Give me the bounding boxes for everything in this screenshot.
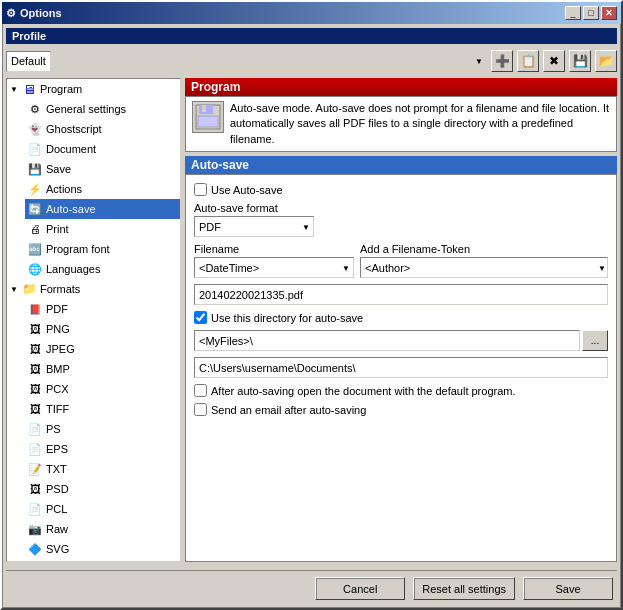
info-text: Auto-save mode. Auto-save does not promp… <box>230 101 610 147</box>
tree-item-save[interactable]: 💾 Save <box>25 159 180 179</box>
datetime-select[interactable]: <DateTime> <box>194 257 354 278</box>
format-select-wrapper: PDF <box>194 216 314 237</box>
profile-select-wrapper: Default <box>6 51 487 72</box>
tree-label-programfont: Program font <box>46 243 110 255</box>
right-panel: Program Auto-save mode. Auto-save does n… <box>185 78 617 562</box>
tree-item-svg[interactable]: 🔷 SVG <box>25 539 180 559</box>
left-panel: ▼ 🖥 Program ⚙ General settings 👻 Ghostsc… <box>6 78 181 562</box>
program-section-header: Program <box>185 78 617 96</box>
window-title: Options <box>20 7 62 19</box>
delete-profile-button[interactable]: ✖ <box>543 50 565 72</box>
info-box: Auto-save mode. Auto-save does not promp… <box>185 96 617 152</box>
tree-item-raw[interactable]: 📷 Raw <box>25 519 180 539</box>
tree-item-languages[interactable]: 🌐 Languages <box>25 259 180 279</box>
languages-icon: 🌐 <box>27 261 43 277</box>
tree-label-pcx: PCX <box>46 383 69 395</box>
tiff-icon: 🖼 <box>27 401 43 417</box>
png-icon: 🖼 <box>27 321 43 337</box>
token-select[interactable]: <Author> <box>360 257 608 278</box>
token-select-row: <Author> <box>360 257 608 278</box>
use-autosave-checkbox[interactable] <box>194 183 207 196</box>
title-bar-text: ⚙ Options <box>6 7 62 20</box>
autosave-section-header: Auto-save <box>185 156 617 174</box>
tree-children-program: ⚙ General settings 👻 Ghostscript 📄 Docum… <box>25 99 180 279</box>
tree-label-pdf: PDF <box>46 303 68 315</box>
generated-filename-input[interactable] <box>194 284 608 305</box>
tree-label-psd: PSD <box>46 483 69 495</box>
token-label: Add a Filename-Token <box>360 243 608 255</box>
copy-profile-button[interactable]: 📋 <box>517 50 539 72</box>
tree-item-general[interactable]: ⚙ General settings <box>25 99 180 119</box>
format-select[interactable]: PDF <box>194 216 314 237</box>
tree-item-ghostscript[interactable]: 👻 Ghostscript <box>25 119 180 139</box>
tree-item-jpeg[interactable]: 🖼 JPEG <box>25 339 180 359</box>
print-icon: 🖨 <box>27 221 43 237</box>
tree-item-bmp[interactable]: 🖼 BMP <box>25 359 180 379</box>
tree-item-ps[interactable]: 📄 PS <box>25 419 180 439</box>
title-bar: ⚙ Options _ □ ✕ <box>2 2 621 24</box>
browse-button[interactable]: ... <box>582 330 608 351</box>
tree-item-print[interactable]: 🖨 Print <box>25 219 180 239</box>
tree-item-eps[interactable]: 📄 EPS <box>25 439 180 459</box>
reset-button[interactable]: Reset all settings <box>413 577 515 600</box>
options-window: ⚙ Options _ □ ✕ Profile Default ➕ 📋 ✖ 💾 … <box>0 0 623 610</box>
close-button[interactable]: ✕ <box>601 6 617 20</box>
maximize-button[interactable]: □ <box>583 6 599 20</box>
tree-item-pcl[interactable]: 📄 PCL <box>25 499 180 519</box>
send-email-checkbox[interactable] <box>194 403 207 416</box>
minimize-button[interactable]: _ <box>565 6 581 20</box>
use-directory-row: Use this directory for auto-save <box>194 311 608 324</box>
title-icon: ⚙ <box>6 7 16 20</box>
bottom-bar: Cancel Reset all settings Save <box>6 570 617 604</box>
token-select-wrapper: <Author> <box>360 257 608 278</box>
general-icon: ⚙ <box>27 101 43 117</box>
use-directory-checkbox[interactable] <box>194 311 207 324</box>
tree-label-tiff: TIFF <box>46 403 69 415</box>
autosave-icon: 🔄 <box>27 201 43 217</box>
tree-item-pdf[interactable]: 📕 PDF <box>25 299 180 319</box>
datetime-select-wrapper: <DateTime> <box>194 257 354 278</box>
directory-input-1[interactable] <box>194 330 580 351</box>
tree-label-txt: TXT <box>46 463 67 475</box>
tree-children-formats: 📕 PDF 🖼 PNG 🖼 JPEG 🖼 BMP <box>25 299 180 559</box>
tree-label-languages: Languages <box>46 263 100 275</box>
tree-item-autosave[interactable]: 🔄 Auto-save <box>25 199 180 219</box>
send-email-row: Send an email after auto-saving <box>194 403 608 416</box>
txt-icon: 📝 <box>27 461 43 477</box>
tree-item-program[interactable]: ▼ 🖥 Program <box>7 79 180 99</box>
use-directory-label: Use this directory for auto-save <box>211 312 363 324</box>
tree-item-txt[interactable]: 📝 TXT <box>25 459 180 479</box>
tree-item-tiff[interactable]: 🖼 TIFF <box>25 399 180 419</box>
svg-icon: 🔷 <box>27 541 43 557</box>
tree-item-programfont[interactable]: 🔤 Program font <box>25 239 180 259</box>
ghostscript-icon: 👻 <box>27 121 43 137</box>
after-open-checkbox[interactable] <box>194 384 207 397</box>
tree-item-document[interactable]: 📄 Document <box>25 139 180 159</box>
tree-item-png[interactable]: 🖼 PNG <box>25 319 180 339</box>
bmp-icon: 🖼 <box>27 361 43 377</box>
tree-item-pcx[interactable]: 🖼 PCX <box>25 379 180 399</box>
ps-icon: 📄 <box>27 421 43 437</box>
tree-label-ghostscript: Ghostscript <box>46 123 102 135</box>
profile-row: Default ➕ 📋 ✖ 💾 📂 <box>6 48 617 74</box>
tree-label-general: General settings <box>46 103 126 115</box>
tree-item-actions[interactable]: ⚡ Actions <box>25 179 180 199</box>
tree-label-eps: EPS <box>46 443 68 455</box>
resolved-directory-input[interactable] <box>194 357 608 378</box>
after-open-row: After auto-saving open the document with… <box>194 384 608 397</box>
format-label: Auto-save format <box>194 202 608 214</box>
tree-item-psd[interactable]: 🖼 PSD <box>25 479 180 499</box>
save-button[interactable]: Save <box>523 577 613 600</box>
programfont-icon: 🔤 <box>27 241 43 257</box>
tree-label-actions: Actions <box>46 183 82 195</box>
pdf-icon: 📕 <box>27 301 43 317</box>
save-profile-button[interactable]: 💾 <box>569 50 591 72</box>
cancel-button[interactable]: Cancel <box>315 577 405 600</box>
directory-row-1: ... <box>194 330 608 351</box>
profile-select[interactable]: Default <box>6 51 51 72</box>
add-profile-button[interactable]: ➕ <box>491 50 513 72</box>
folder-profile-button[interactable]: 📂 <box>595 50 617 72</box>
filename-label: Filename <box>194 243 354 255</box>
tree-item-formats[interactable]: ▼ 📁 Formats <box>7 279 180 299</box>
tree-label-formats: Formats <box>40 283 80 295</box>
